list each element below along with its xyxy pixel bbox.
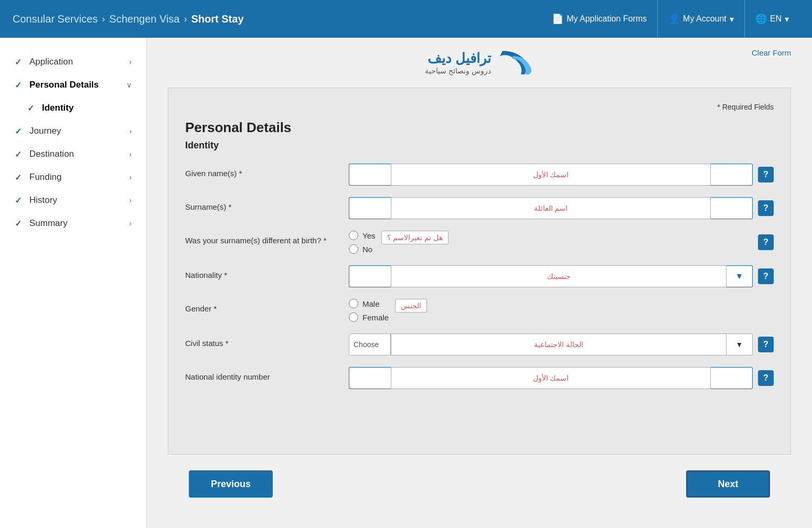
surname-label: Surname(s) * (185, 197, 343, 211)
bottom-nav: Previous Next (168, 470, 791, 498)
national-id-help-button[interactable]: ? (758, 370, 774, 386)
account-icon: 👤 (668, 13, 680, 25)
gender-male-row: Male (349, 299, 389, 308)
sidebar-item-application[interactable]: ✓ Application › (0, 50, 146, 73)
sidebar-item-funding[interactable]: ✓ Funding › (0, 166, 146, 189)
lang-chevron-icon: ▾ (785, 14, 789, 24)
given-names-input-wrapper: اسمك الأول (349, 164, 753, 186)
nationality-help-button[interactable]: ? (758, 268, 774, 284)
surname-help-button[interactable]: ? (758, 200, 774, 216)
logo-icon (497, 48, 534, 77)
check-icon-destination: ✓ (15, 149, 25, 159)
my-account-button[interactable]: 👤 My Account ▾ (658, 0, 745, 38)
surname-birth-no-radio[interactable] (349, 244, 358, 254)
breadcrumb-consular[interactable]: Consular Services (13, 13, 98, 25)
check-icon-application: ✓ (15, 57, 25, 67)
surname-birth-yes-row: Yes (349, 231, 375, 240)
surname-row: Surname(s) * اسم العائلة ? (185, 197, 774, 219)
next-button[interactable]: Next (686, 470, 770, 498)
logo-arabic-subtitle: دروس ونصائح سياحية (425, 67, 491, 75)
sidebar-item-journey[interactable]: ✓ Journey › (0, 120, 146, 143)
sidebar-item-destination[interactable]: ✓ Destination › (0, 143, 146, 166)
gender-male-radio[interactable] (349, 299, 358, 308)
surname-birth-control: Yes No هل تم تغيرالاسم ؟ ? (349, 231, 774, 254)
gender-arabic-hint: الجنس (395, 299, 427, 313)
sidebar-item-personal-details[interactable]: ✓ Personal Details ∨ (0, 73, 146, 96)
arrow-icon-personal: ∨ (126, 81, 132, 89)
check-icon-history: ✓ (15, 196, 25, 206)
sidebar-item-history[interactable]: ✓ History › (0, 189, 146, 212)
gender-male-label[interactable]: Male (362, 299, 380, 308)
civil-status-help-button[interactable]: ? (758, 337, 774, 352)
surname-birth-arabic-hint: هل تم تغيرالاسم ؟ (381, 231, 448, 244)
gender-label: Gender * (185, 299, 343, 313)
surname-birth-no-label[interactable]: No (362, 245, 372, 254)
surname-birth-row: Was your surname(s) different at birth? … (185, 231, 774, 254)
sidebar: ✓ Application › ✓ Personal Details ∨ ✓ I… (0, 38, 147, 528)
gender-female-row: Female (349, 313, 389, 322)
surname-birth-help-button[interactable]: ? (758, 234, 774, 250)
arrow-icon-summary: › (129, 219, 132, 228)
logo-area: ترافيل ديف دروس ونصائح سياحية (425, 48, 534, 77)
sidebar-item-summary[interactable]: ✓ Summary › (0, 212, 146, 235)
gender-female-radio[interactable] (349, 313, 358, 322)
gender-female-label[interactable]: Female (362, 313, 389, 322)
sidebar-label-destination: Destination (29, 149, 125, 159)
surname-input-wrapper: اسم العائلة (349, 197, 753, 219)
national-id-control: اسمك الأول ? (349, 367, 774, 389)
national-id-row: National identity number اسمك الأول ? (185, 367, 774, 389)
language-button[interactable]: 🌐 EN ▾ (745, 0, 799, 38)
arrow-icon-application: › (129, 58, 132, 66)
previous-button[interactable]: Previous (189, 470, 273, 498)
form-panel: * Required Fields Personal Details Ident… (168, 88, 791, 455)
sidebar-label-journey: Journey (29, 126, 125, 136)
sidebar-label-application: Application (29, 57, 125, 67)
nationality-row: Nationality * جنسيتك ▼ Select nationalit… (185, 265, 774, 287)
gender-radio-group: Male Female (349, 299, 389, 322)
arrow-icon-funding: › (129, 173, 132, 181)
surname-birth-no-row: No (349, 244, 375, 254)
national-id-input-wrapper: اسمك الأول (349, 367, 753, 389)
surname-birth-yes-label[interactable]: Yes (362, 231, 375, 240)
civil-status-control: Choose الحالة الاجتماعية ▼ Choose Single… (349, 333, 774, 355)
breadcrumb-sep-1: › (102, 14, 105, 25)
civil-status-label: Civil status * (185, 333, 343, 348)
surname-birth-radio-group: Yes No (349, 231, 375, 254)
top-bar: ترافيل ديف دروس ونصائح سياحية Clear Form (168, 48, 791, 77)
form-title: Personal Details (185, 120, 774, 136)
given-names-row: Given name(s) * اسمك الأول ? (185, 164, 774, 186)
sidebar-item-identity[interactable]: ✓ Identity (0, 96, 146, 120)
check-icon-funding: ✓ (15, 173, 25, 182)
gender-row: Gender * Male Female (185, 299, 774, 322)
sidebar-label-identity: Identity (42, 103, 132, 113)
clear-form-button[interactable]: Clear Form (752, 48, 791, 57)
nationality-label: Nationality * (185, 265, 343, 279)
surname-birth-yes-radio[interactable] (349, 231, 358, 240)
civil-status-row: Civil status * Choose الحالة الاجتماعية … (185, 333, 774, 355)
account-chevron-icon: ▾ (730, 14, 734, 24)
check-icon-summary: ✓ (15, 219, 25, 229)
section-title: Identity (185, 140, 774, 151)
arrow-icon-journey: › (129, 127, 132, 135)
content-area: ترافيل ديف دروس ونصائح سياحية Clear Form… (147, 38, 812, 528)
required-fields-note: * Required Fields (185, 103, 774, 111)
breadcrumb-schengen[interactable]: Schengen Visa (109, 13, 179, 25)
my-forms-button[interactable]: 📄 My Application Forms (541, 0, 658, 38)
given-names-control: اسمك الأول ? (349, 164, 774, 186)
check-icon-identity: ✓ (27, 103, 38, 113)
sidebar-label-funding: Funding (29, 172, 125, 182)
national-id-label: National identity number (185, 367, 343, 381)
check-icon-journey: ✓ (15, 126, 25, 136)
header: Consular Services › Schengen Visa › Shor… (0, 0, 812, 38)
arrow-icon-destination: › (129, 150, 132, 158)
nationality-control: جنسيتك ▼ Select nationality ? (349, 265, 774, 287)
breadcrumb-sep-2: › (184, 14, 187, 25)
sidebar-label-summary: Summary (29, 218, 125, 229)
breadcrumb: Consular Services › Schengen Visa › Shor… (13, 13, 541, 25)
logo-text: ترافيل ديف دروس ونصائح سياحية (425, 50, 491, 75)
given-names-help-button[interactable]: ? (758, 167, 774, 182)
header-actions: 📄 My Application Forms 👤 My Account ▾ 🌐 … (541, 0, 799, 38)
sidebar-label-history: History (29, 195, 125, 206)
breadcrumb-shortstay[interactable]: Short Stay (191, 13, 243, 25)
gender-control: Male Female الجنس (349, 299, 774, 322)
